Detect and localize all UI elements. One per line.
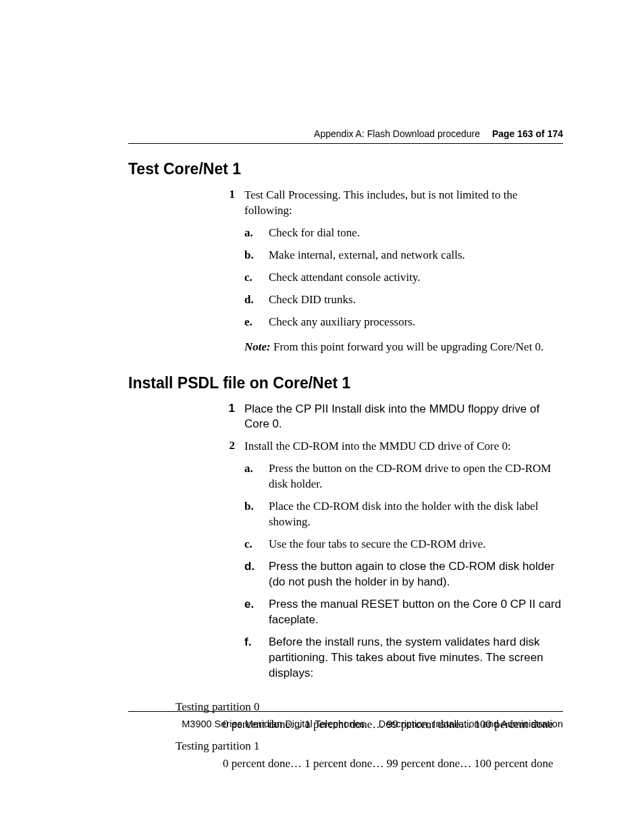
section1-substeps: a.Check for dial tone. b.Make internal, … bbox=[244, 226, 563, 330]
header-page-number: Page 163 of 174 bbox=[492, 128, 563, 139]
section-heading-install-psdl: Install PSDL file on Core/Net 1 bbox=[128, 374, 563, 392]
step-number: 1 bbox=[216, 188, 235, 355]
substep-a: a.Press the button on the CD-ROM drive t… bbox=[244, 461, 563, 492]
substep-c: c.Use the four tabs to secure the CD-ROM… bbox=[244, 537, 563, 552]
section2-step-list: 1 Place the CP PII Install disk into the… bbox=[216, 402, 563, 688]
section1-step-list: 1 Test Call Processing. This includes, b… bbox=[216, 188, 563, 355]
substep-e: e.Press the manual RESET button on the C… bbox=[244, 597, 563, 628]
substep-c: c.Check attendant console activity. bbox=[244, 270, 563, 286]
section1-note: Note: From this point forward you will b… bbox=[244, 340, 563, 355]
note-label: Note: bbox=[244, 340, 271, 353]
step-number: 2 bbox=[216, 439, 235, 687]
substep-d: d.Press the button again to close the CD… bbox=[244, 559, 563, 590]
substep-d: d.Check DID trunks. bbox=[244, 292, 563, 308]
header-appendix: Appendix A: Flash Download procedure bbox=[314, 128, 480, 139]
note-text: From this point forward you will be upgr… bbox=[273, 340, 543, 353]
section2-step-1: 1 Place the CP PII Install disk into the… bbox=[216, 402, 563, 433]
footer-doc-title: Description, Installation and Administra… bbox=[379, 719, 563, 729]
substep-b: b.Make internal, external, and network c… bbox=[244, 248, 563, 263]
section1-step-1: 1 Test Call Processing. This includes, b… bbox=[216, 188, 563, 355]
section2-substeps: a.Press the button on the CD-ROM drive t… bbox=[244, 461, 563, 681]
testing-partition-1: Testing partition 1 bbox=[176, 739, 563, 753]
running-header: Appendix A: Flash Download procedure Pag… bbox=[128, 128, 563, 144]
section2-step-2: 2 Install the CD-ROM into the MMDU CD dr… bbox=[216, 439, 563, 687]
step-text: Install the CD-ROM into the MMDU CD driv… bbox=[244, 440, 511, 452]
testing-partition-1-progress: 0 percent done… 1 percent done… 99 perce… bbox=[223, 757, 563, 771]
step-text: Test Call Processing. This includes, but… bbox=[244, 188, 518, 217]
running-footer: M3900 Series Meridian Digital Telephones… bbox=[128, 711, 563, 729]
section-heading-test-core: Test Core/Net 1 bbox=[128, 160, 563, 178]
substep-f: f.Before the install runs, the system va… bbox=[244, 635, 563, 681]
footer-product: M3900 Series Meridian Digital Telephones bbox=[182, 719, 365, 729]
substep-b: b.Place the CD-ROM disk into the holder … bbox=[244, 499, 563, 530]
step-text: Place the CP PII Install disk into the M… bbox=[244, 402, 539, 431]
step-number: 1 bbox=[216, 402, 235, 433]
substep-e: e.Check any auxiliary processors. bbox=[244, 315, 563, 330]
substep-a: a.Check for dial tone. bbox=[244, 226, 563, 241]
